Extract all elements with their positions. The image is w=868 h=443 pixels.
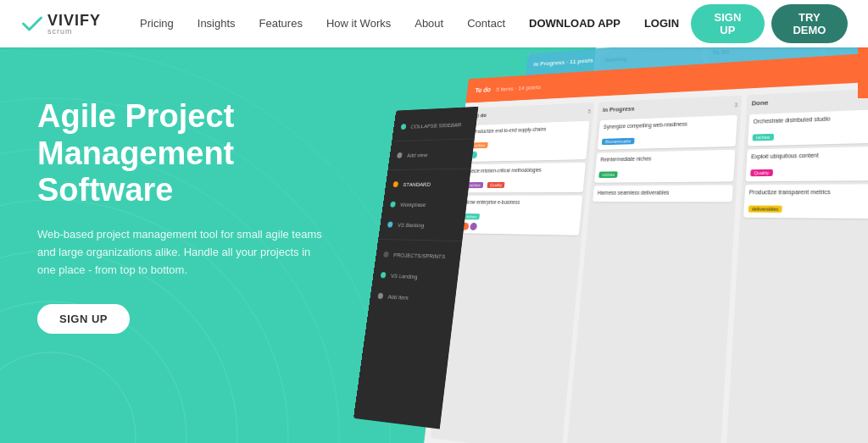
sidebar-divider bbox=[392, 138, 475, 141]
board-main: To do 5 items · 14 points To do 5 Produc… bbox=[424, 50, 868, 443]
sidebar-label: Add view bbox=[407, 152, 428, 158]
sidebar-item: COLLAPSE SIDEBAR bbox=[392, 114, 477, 136]
card: Grow enterprise e-business niches bbox=[458, 196, 582, 235]
nav-links: Pricing Insights Features How it Works A… bbox=[128, 0, 691, 47]
sidebar-divider bbox=[387, 169, 470, 170]
sidebar-label: VS Landing bbox=[391, 272, 418, 280]
nav-pricing[interactable]: Pricing bbox=[128, 0, 186, 47]
card: Harness seamless deliverables bbox=[593, 186, 732, 202]
hero-title: Agile Project Management Software bbox=[37, 98, 359, 209]
card: Productize end-to-end supply-chains nich… bbox=[466, 121, 590, 162]
sidebar-label: Workphase bbox=[400, 201, 426, 208]
board-main-subtitle: 5 items · 14 points bbox=[496, 83, 542, 92]
card-avatars bbox=[461, 223, 576, 232]
logo-icon bbox=[20, 12, 44, 36]
nav-features[interactable]: Features bbox=[248, 0, 314, 47]
mini-avatar bbox=[470, 223, 477, 230]
nav-about[interactable]: About bbox=[403, 0, 455, 47]
nav-download-app[interactable]: DOWNLOAD APP bbox=[517, 0, 632, 47]
app-mockup: VS Backlog Backlog Orchestrate distribut… bbox=[345, 47, 868, 443]
sidebar-label: COLLAPSE SIDEBAR bbox=[410, 121, 462, 130]
card: Seize mission-critical methodologies nic… bbox=[463, 163, 586, 193]
nav-login[interactable]: LOGIN bbox=[632, 0, 691, 47]
col-todo-header: To do 5 bbox=[471, 107, 591, 120]
hero-content: Agile Project Management Software Web-ba… bbox=[37, 98, 359, 334]
sidebar-dot bbox=[392, 181, 398, 187]
board-main-columns: To do 5 Productize end-to-end supply-cha… bbox=[424, 80, 868, 443]
col-done: Done 7 Orchestrate distributed studio ni… bbox=[725, 87, 868, 443]
col-inprogress: In Progress 3 Synergize compelling web-r… bbox=[566, 95, 742, 443]
hero-subtitle: Web-based project management tool for sm… bbox=[37, 226, 326, 279]
sidebar-dot bbox=[377, 293, 383, 299]
sidebar-item: Workphase bbox=[381, 194, 468, 215]
sidebar-item: VS Backlog bbox=[379, 214, 465, 236]
sidebar-dot bbox=[390, 202, 396, 208]
try-demo-button[interactable]: TRY DEMO bbox=[771, 4, 848, 43]
sidebar-item: Add item bbox=[369, 285, 456, 311]
logo-vivify: VIVIFY bbox=[47, 13, 101, 28]
nav-insights[interactable]: Insights bbox=[186, 0, 248, 47]
logo-link[interactable]: VIVIFY scrum bbox=[20, 12, 101, 36]
sidebar-dot bbox=[383, 252, 389, 257]
signup-button[interactable]: SIGN UP bbox=[691, 4, 765, 43]
sidebar-dot bbox=[401, 124, 407, 130]
sidebar-item: STANDARD bbox=[385, 174, 470, 195]
logo-scrum: scrum bbox=[47, 28, 101, 36]
card: Reintermediate niches niches bbox=[594, 150, 735, 183]
card-avatars bbox=[470, 149, 584, 159]
card: Productize transparent metrics deliverab… bbox=[743, 184, 868, 219]
sidebar-label: STANDARD bbox=[403, 180, 431, 187]
sidebar-dot bbox=[397, 152, 403, 158]
hero-signup-button[interactable]: SIGN UP bbox=[37, 304, 130, 334]
board-main-title: To do bbox=[475, 86, 492, 94]
board-back-title: In Progress · 11 posts bbox=[533, 57, 593, 68]
logo-text: VIVIFY scrum bbox=[47, 13, 101, 36]
sidebar-item: Add view bbox=[388, 143, 474, 165]
svg-point-6 bbox=[0, 352, 136, 443]
sidebar-label: Add item bbox=[387, 293, 409, 301]
sidebar-label: PROJECTS/SPRINTS bbox=[393, 252, 446, 260]
accent-strip bbox=[858, 47, 868, 98]
hero-section: Agile Project Management Software Web-ba… bbox=[0, 47, 868, 443]
nav-contact[interactable]: Contact bbox=[455, 0, 517, 47]
col-done-header: Done 7 bbox=[749, 92, 868, 108]
nav-actions: SIGN UP TRY DEMO bbox=[691, 4, 848, 43]
sidebar-item: PROJECTS/SPRINTS bbox=[375, 244, 462, 268]
card: Synergize compelling web-readiness Biome… bbox=[598, 115, 737, 150]
nav-how-it-works[interactable]: How it Works bbox=[314, 0, 403, 47]
card: Exploit ubiquitous content Quality bbox=[745, 146, 868, 181]
col-inprogress-header: In Progress 3 bbox=[601, 100, 738, 114]
sidebar-divider bbox=[378, 239, 462, 241]
card: Orchestrate distributed studio niches bbox=[748, 108, 868, 147]
sidebar-label: VS Backlog bbox=[398, 221, 425, 228]
navbar: VIVIFY scrum Pricing Insights Features H… bbox=[0, 0, 868, 47]
mockup-wrapper: VS Backlog Backlog Orchestrate distribut… bbox=[345, 47, 868, 443]
sidebar-dot bbox=[387, 222, 393, 228]
sidebar-dot bbox=[381, 272, 387, 278]
